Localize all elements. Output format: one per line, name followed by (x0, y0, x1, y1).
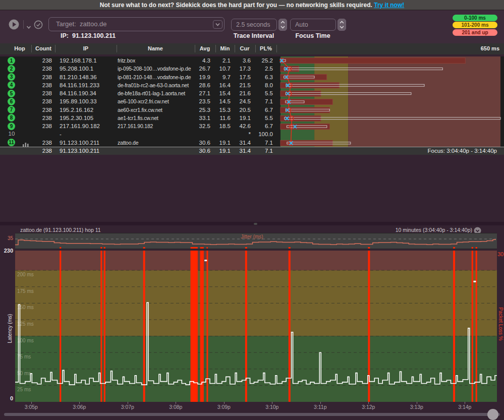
focus-time-input[interactable]: Auto (290, 19, 336, 31)
cell-min: 16.4 (210, 82, 231, 89)
cell-name: 217.161.90.182 (118, 123, 195, 130)
cell-cur: * (231, 131, 251, 138)
focus-time-stepper[interactable] (338, 19, 346, 31)
summary-avg: 30.6 (190, 148, 210, 154)
loss-axis-top: 30 (497, 251, 503, 257)
column-header-pl%[interactable]: PL% (246, 45, 286, 51)
cell-pl: 8.0 (253, 82, 273, 89)
cell-ip: 91.123.100.211 (60, 139, 99, 146)
cell-name: fritz.box (118, 57, 195, 64)
x-label-3:10p: 3:10p (257, 404, 287, 410)
cell-ip: 192.168.178.1 (60, 57, 97, 64)
cell-avg: 32.5 (190, 123, 210, 130)
cell-min: 2.1 (210, 57, 231, 64)
cell-name: ip-081-210-148…vodafone-ip.de (118, 74, 195, 81)
trace-interval-stepper[interactable] (278, 19, 287, 31)
check-circle-icon[interactable] (34, 20, 43, 31)
splitter-handle[interactable] (0, 222, 504, 225)
cell-count: 238 (30, 65, 52, 72)
cell-cur: 17.3 (231, 65, 251, 72)
svg-text:175 ms: 175 ms (17, 288, 34, 294)
hop-badge: 8 (8, 114, 15, 122)
cell-avg: 26.7 (190, 65, 210, 72)
hop-badge: 4 (8, 81, 15, 89)
svg-text:200 ms: 200 ms (17, 272, 34, 277)
summary-pl: 7.1 (253, 148, 273, 154)
hop-badge: 3 (8, 73, 15, 81)
cell-count: 238 (30, 106, 52, 113)
cell-pl: 2.5 (253, 65, 273, 72)
cell-ip: 195.2.30.105 (60, 114, 93, 122)
splitter-grip-dot (254, 223, 257, 225)
cell-pl: 6.7 (253, 123, 273, 130)
banner-link[interactable]: Try it now! (374, 2, 404, 9)
timeline-scrollbar-track[interactable] (4, 413, 500, 416)
column-header-name[interactable]: Name (135, 45, 176, 51)
legend-pill-2: 201 and up (453, 29, 497, 36)
cell-name: de-bfe18a-rt01-lag-1.aorta.net (118, 90, 195, 97)
trace-interval-value: 2.5 seconds (236, 21, 270, 28)
cell-min: 15.3 (210, 106, 231, 113)
cell-cur: 24.5 (231, 98, 251, 105)
cell-pl: 6.7 (253, 106, 273, 113)
hop-badge: 9 (8, 123, 15, 130)
x-label-3:14p: 3:14p (450, 404, 480, 410)
x-label-3:07p: 3:07p (113, 404, 143, 410)
cell-min: 18.5 (210, 123, 231, 130)
loss-axis-title: Packet Loss % (498, 308, 503, 344)
x-label-3:06p: 3:06p (64, 404, 94, 410)
cell-count: 238 (30, 90, 52, 97)
ip-value: 91.123.100.211 (72, 32, 116, 39)
cell-pl: 5.5 (253, 114, 273, 122)
toolbar-divider (23, 20, 24, 29)
column-header-count[interactable]: Count (23, 45, 64, 51)
cell-ip: 95.208.100.1 (60, 65, 93, 72)
cell-avg: 28.6 (190, 82, 210, 89)
cell-name: zattoo.de (118, 139, 195, 146)
target-input-label: Target: (56, 20, 76, 28)
hop-badge: 5 (8, 90, 15, 97)
svg-text:75 ms: 75 ms (17, 354, 31, 359)
trace-interval-input[interactable]: 2.5 seconds (231, 19, 277, 31)
summary-ip: 91.123.100.211 (60, 148, 99, 154)
cell-ip: 217.161.90.182 (60, 123, 100, 130)
cell-ip: 81.210.148.36 (60, 74, 97, 81)
target-dropdown-button[interactable] (213, 20, 222, 29)
jitter-max-label: 35 (0, 235, 13, 241)
pingplotter-window: Not sure what to do next? Sidekick does … (0, 0, 504, 420)
summary-count: 238 (30, 148, 52, 154)
cell-ip: 195.89.100.33 (60, 98, 97, 105)
cell-count: 238 (30, 82, 52, 89)
trace-interval-label: Trace Interval (225, 32, 283, 39)
cell-name: ip-095-208-100…vodafone-ip.de (118, 65, 195, 72)
cell-pl: 100.0 (253, 131, 273, 138)
latency-timeline-chart: 200 ms175 ms150 ms125 ms100 ms75 ms50 ms… (15, 251, 497, 402)
hop-badge: 11 (8, 139, 15, 146)
x-label-3:08p: 3:08p (160, 404, 191, 410)
focus-time-label: Focus Time (284, 32, 342, 39)
cell-cur: 17.5 (231, 74, 251, 81)
timeline-scrollbar-thumb[interactable] (487, 409, 498, 420)
cell-count: 238 (30, 114, 52, 122)
play-button[interactable] (9, 19, 19, 30)
cell-min: 11.6 (210, 114, 231, 122)
cell-ip: - (60, 131, 62, 138)
cell-min: 10.7 (210, 65, 231, 72)
column-header-ip[interactable]: IP (66, 45, 106, 51)
hop-number: 10 (4, 131, 19, 137)
target-input[interactable]: Target: zattoo.de (48, 17, 225, 31)
cell-avg: 25.3 (190, 106, 210, 113)
latency-axis-top: 230 (0, 248, 13, 254)
cell-ip: 84.116.191.233 (60, 82, 99, 89)
cell-min: 19.1 (210, 139, 231, 146)
hop-badge: 6 (8, 98, 15, 105)
cell-avg: 4.3 (190, 57, 210, 64)
summary-min: 19.1 (210, 148, 231, 154)
cell-avg: 23.5 (190, 98, 210, 105)
focus-time-value: Auto (295, 21, 308, 28)
play-options-chevron-icon[interactable] (26, 22, 31, 31)
timeline-range: 10 minutes (3:04:40p - 3:14:40p) (396, 227, 472, 233)
svg-text:50 ms: 50 ms (17, 371, 31, 376)
cell-cur: 42.6 (231, 123, 251, 130)
cell-pl: 7.1 (253, 98, 273, 105)
